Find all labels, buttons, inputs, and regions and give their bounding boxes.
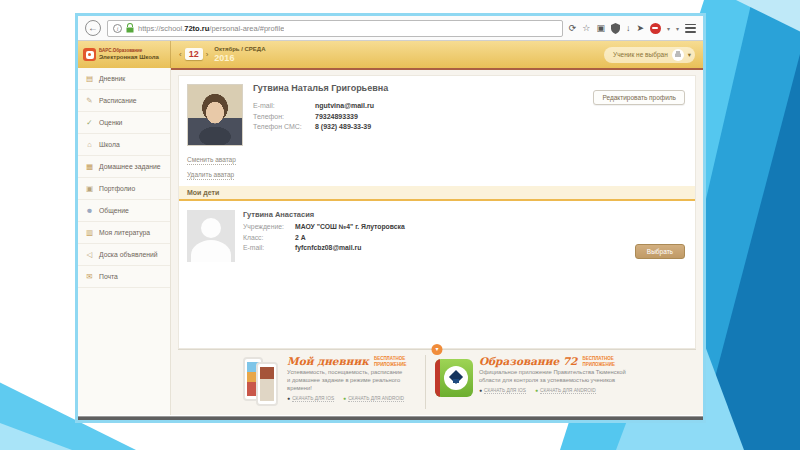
brand-bottom-text: Электронная Школа (99, 54, 159, 61)
profile-name: Гутвина Наталья Григорьевна (253, 83, 388, 93)
apple-icon: ● (287, 396, 290, 401)
institution-value: МАОУ "СОШ №4" г. Ялуторовска (295, 223, 405, 230)
banner-my-diary[interactable]: Мой дневник БЕСПЛАТНОЕ ПРИЛОЖЕНИЕ Успева… (234, 353, 425, 411)
android-icon: ● (343, 396, 346, 401)
education-72-app-icon (435, 359, 473, 397)
info-icon[interactable]: i (113, 24, 122, 33)
url-path: /personal-area/#profile (209, 24, 284, 33)
sidebar-item-school[interactable]: ⌂Школа (78, 134, 170, 156)
lock-icon (126, 23, 134, 33)
banner-badge: БЕСПЛАТНОЕ ПРИЛОЖЕНИЕ (582, 356, 624, 367)
student-caret-icon: ▾ (688, 51, 691, 59)
bookmark-star-icon[interactable]: ☆ (582, 24, 590, 33)
send-icon[interactable]: ➤ (636, 24, 644, 33)
sidebar-item-schedule[interactable]: ✎Расписание (78, 90, 170, 112)
student-avatar (672, 49, 684, 61)
sidebar-item-label: Общение (99, 207, 129, 214)
app-banners: Мой дневник БЕСПЛАТНОЕ ПРИЛОЖЕНИЕ Успева… (178, 353, 696, 411)
sidebar-item-homework[interactable]: ▦Домашнее задание (78, 156, 170, 178)
brand-block: БАРС.Образование Электронная Школа (78, 41, 171, 68)
sidebar-item-announcements[interactable]: ◁Доска объявлений (78, 244, 170, 266)
sidebar-item-communication[interactable]: ☻Общение (78, 200, 170, 222)
pocket-icon[interactable]: ▣ (596, 24, 605, 33)
date-next-icon[interactable]: › (206, 50, 209, 59)
phones-illustration (243, 356, 281, 406)
mail-icon: ✉ (85, 272, 94, 281)
sms-phone-value: 8 (932) 489-33-39 (315, 123, 371, 130)
grades-icon: ✓ (85, 118, 94, 127)
android-link-label: СКАЧАТЬ ДЛЯ ANDROID (348, 396, 404, 402)
ios-link-label: СКАЧАТЬ ДЛЯ IOS (484, 388, 526, 394)
child-name: Гутвина Анастасия (243, 210, 314, 219)
change-avatar-link[interactable]: Сменить аватар (187, 156, 236, 165)
date-day: 12 (185, 48, 203, 60)
sidebar-item-diary[interactable]: ▤Дневник (78, 68, 170, 90)
banners-toggle-icon[interactable]: ▾ (432, 344, 443, 355)
top-rule (171, 68, 703, 70)
banner-description: Успеваемость, посещаемость, расписание и… (287, 369, 407, 392)
sms-phone-label: Телефон СМС: (253, 123, 315, 130)
download-icon[interactable]: ↓ (626, 24, 631, 33)
shield-icon[interactable] (611, 23, 620, 34)
adblock-icon[interactable] (650, 23, 661, 34)
banner-title: Мой дневник (287, 356, 369, 367)
menu-icon[interactable] (685, 24, 696, 33)
date-prev-icon[interactable]: ‹ (179, 50, 182, 59)
download-android-link[interactable]: ●СКАЧАТЬ ДЛЯ ANDROID (343, 396, 404, 402)
sidebar-item-literature[interactable]: ▥Моя литература (78, 222, 170, 244)
url-prefix: https://school. (138, 24, 184, 33)
class-label: Класс: (243, 234, 295, 241)
delete-avatar-link[interactable]: Удалить аватар (187, 171, 234, 180)
download-android-link[interactable]: ●СКАЧАТЬ ДЛЯ ANDROID (535, 388, 596, 394)
bars-logo-icon (83, 48, 96, 61)
address-bar[interactable]: i https://school.72to.ru/personal-area/#… (107, 20, 563, 37)
my-children-header: Мои дети (179, 186, 695, 201)
sidebar-item-label: Домашнее задание (99, 163, 161, 170)
announcements-icon: ◁ (85, 250, 94, 259)
sidebar-item-label: Моя литература (99, 229, 150, 236)
reload-icon[interactable]: ⟳ (569, 24, 577, 33)
select-child-button[interactable]: Выбрать (635, 244, 685, 259)
schedule-icon: ✎ (85, 96, 94, 105)
homework-icon: ▦ (85, 162, 94, 171)
child-email-value: fyfcnfcbz08@mail.ru (295, 244, 361, 251)
banner-description: Официальное приложение Правительства Тюм… (479, 369, 631, 385)
ios-link-label: СКАЧАТЬ ДЛЯ IOS (292, 396, 334, 402)
url-text[interactable]: https://school.72to.ru/personal-area/#pr… (138, 24, 284, 33)
back-button[interactable]: ← (85, 20, 101, 36)
email-value: ngutvina@mail.ru (315, 102, 374, 109)
phone-label: Телефон: (253, 113, 315, 120)
edit-profile-button[interactable]: Редактировать профиль (593, 90, 685, 105)
institution-label: Учреждение: (243, 223, 295, 230)
profile-photo (187, 84, 243, 146)
date-year: 2016 (214, 54, 265, 63)
student-selector-label: Ученик не выбран (613, 51, 668, 58)
download-ios-link[interactable]: ●СКАЧАТЬ ДЛЯ IOS (287, 396, 334, 402)
url-domain: 72to.ru (184, 24, 209, 33)
phone-value: 79324893339 (315, 113, 358, 120)
sidebar-item-portfolio[interactable]: ▣Портфолио (78, 178, 170, 200)
banner-education-72[interactable]: Образование 72 БЕСПЛАТНОЕ ПРИЛОЖЕНИЕ Офи… (426, 353, 640, 411)
sidebar-item-label: Доска объявлений (99, 251, 158, 258)
sidebar-item-grades[interactable]: ✓Оценки (78, 112, 170, 134)
download-ios-link[interactable]: ●СКАЧАТЬ ДЛЯ IOS (479, 388, 526, 394)
child-photo-placeholder (187, 210, 235, 262)
sidebar-item-mail[interactable]: ✉Почта (78, 266, 170, 288)
diary-icon: ▤ (85, 74, 94, 83)
literature-icon: ▥ (85, 228, 94, 237)
adblock-caret-icon[interactable]: ▾ (667, 25, 670, 32)
overflow-caret-icon[interactable]: ▾ (676, 25, 679, 32)
child-email-label: E-mail: (243, 244, 295, 251)
sidebar-item-label: Дневник (99, 75, 125, 82)
school-icon: ⌂ (85, 140, 94, 149)
sidebar-item-label: Оценки (99, 119, 122, 126)
android-icon: ● (535, 388, 538, 393)
content-area: Гутвина Наталья Григорьевна E-mail:ngutv… (171, 68, 703, 415)
child-details: Учреждение:МАОУ "СОШ №4" г. Ялуторовска … (243, 223, 405, 255)
sidebar-item-label: Портфолио (99, 185, 135, 192)
profile-details: E-mail:ngutvina@mail.ru Телефон:79324893… (253, 102, 374, 134)
sidebar-item-label: Школа (99, 141, 120, 148)
banner-badge: БЕСПЛАТНОЕ ПРИЛОЖЕНИЕ (374, 356, 416, 367)
student-selector[interactable]: Ученик не выбран ▾ (604, 47, 695, 63)
apple-icon: ● (479, 388, 482, 393)
